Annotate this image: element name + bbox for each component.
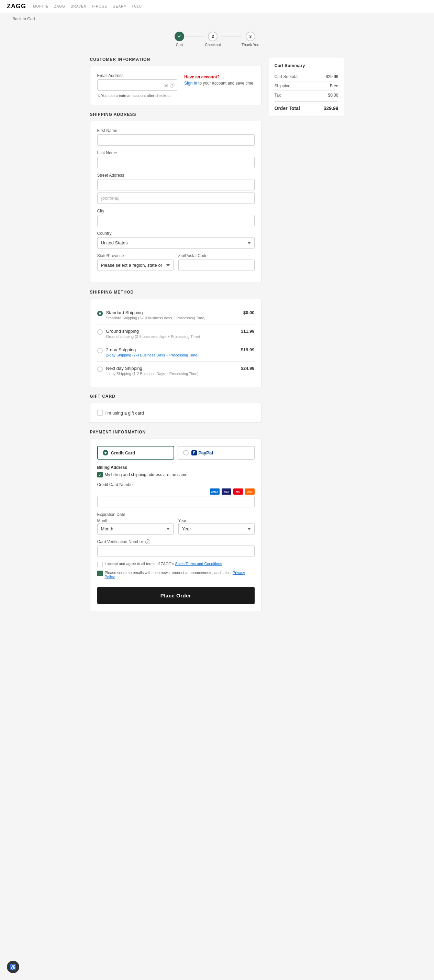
- expiration-label: Expiration Date: [97, 512, 254, 517]
- month-select[interactable]: Month 010203 040506 070809 101112: [97, 523, 173, 535]
- email-help-icon: ?: [170, 83, 175, 88]
- step-cart: ✓ Cart: [175, 32, 184, 47]
- shipping-option-2[interactable]: 2-day Shipping 2-day Shipping (2-3 Busin…: [97, 343, 254, 362]
- step-checkout-circle: 2: [208, 32, 218, 41]
- paypal-icon: P: [191, 450, 197, 455]
- subtotal-label: Cart Subtotal: [275, 74, 299, 79]
- street-address-group: Street Address: [97, 173, 254, 204]
- shipping-option-1[interactable]: Ground shipping Ground shipping (2-5 bus…: [97, 325, 254, 343]
- tax-label: Tax: [275, 93, 281, 98]
- paypal-logo: P PayPal: [191, 450, 213, 455]
- state-group: State/Province Please select a region, s…: [97, 253, 173, 271]
- customer-info-card: Email Address ✉ ? ↳ You can create an ac…: [90, 66, 262, 105]
- subtotal-value: $29.99: [326, 74, 339, 79]
- shipping-radio-0[interactable]: [97, 311, 103, 316]
- payment-cc-label: Credit Card: [111, 450, 135, 455]
- step-cart-label: Cart: [176, 43, 183, 47]
- year-select[interactable]: Year 202420252026 202720282029 2030: [178, 523, 254, 535]
- step-thankyou: 3 Thank You: [242, 32, 259, 47]
- zip-input[interactable]: [178, 259, 254, 271]
- gift-card-checkbox[interactable]: [97, 410, 103, 415]
- last-name-group: Last Name: [97, 151, 254, 168]
- step-thankyou-label: Thank You: [242, 43, 259, 47]
- shipping-radio-2[interactable]: [97, 348, 103, 353]
- gift-card-card: I'm using a gift card: [90, 403, 262, 423]
- shipping-desc-0: Standard Shipping (5-10 business days + …: [106, 316, 240, 320]
- sign-in-suffix: to your account and save time.: [198, 81, 254, 86]
- payment-methods: Credit Card P PayPal: [97, 446, 254, 460]
- step-cart-circle: ✓: [175, 32, 184, 41]
- cvv-input[interactable]: [97, 546, 254, 557]
- email-optin-row: ✓ Please send me emails with tech news, …: [97, 571, 254, 579]
- tax-value: $0.00: [328, 93, 338, 98]
- gift-card-title: GIFT CARD: [90, 394, 262, 399]
- payment-paypal-radio[interactable]: [183, 450, 189, 455]
- card-number-label: Credit Card Number: [97, 482, 254, 487]
- brand-zagg: ZAGG: [54, 5, 65, 8]
- shipping-option-3[interactable]: Next day Shipping 1-day Shipping (1-2 Bu…: [97, 362, 254, 380]
- zagg-logo: ZAGG: [7, 3, 26, 10]
- payment-cc-option[interactable]: Credit Card: [97, 446, 174, 460]
- email-label: Email Address: [97, 73, 178, 78]
- terms-link[interactable]: Sales Terms and Conditions: [175, 562, 223, 566]
- card-number-input[interactable]: [97, 496, 254, 508]
- discover-logo: DISC: [245, 488, 254, 495]
- last-name-label: Last Name: [97, 151, 254, 155]
- cvv-help-icon[interactable]: ?: [145, 539, 150, 544]
- cart-summary-title: Cart Summary: [275, 63, 339, 68]
- email-icon: ✉: [164, 83, 169, 88]
- billing-same-checkbox[interactable]: ✓: [97, 472, 103, 477]
- shipping-price-3: $24.99: [241, 366, 254, 371]
- first-name-input[interactable]: [97, 134, 254, 146]
- brand-gear4: GEAR4: [113, 5, 126, 8]
- payment-paypal-option[interactable]: P PayPal: [178, 446, 254, 460]
- place-order-button[interactable]: Place Order: [97, 587, 254, 604]
- sign-in-link[interactable]: Sign In: [184, 81, 197, 86]
- shipping-price-0: $0.00: [243, 310, 254, 315]
- email-optin-checkbox[interactable]: ✓: [97, 571, 103, 576]
- last-name-input[interactable]: [97, 157, 254, 168]
- address2-input[interactable]: [97, 192, 254, 204]
- country-select[interactable]: United States: [97, 237, 254, 248]
- shipping-address-card: First Name Last Name Street Address City…: [90, 121, 262, 283]
- shipping-radio-3[interactable]: [97, 366, 103, 372]
- shipping-name-2: 2-day Shipping: [106, 347, 237, 352]
- customer-info-title: CUSTOMER INFORMATION: [90, 57, 262, 62]
- payment-card: Credit Card P PayPal Billing Address ✓ M…: [90, 439, 262, 611]
- first-name-group: First Name: [97, 128, 254, 146]
- terms-label: I accept and agree to all terms of ZAGG'…: [105, 562, 223, 566]
- shipping-name-1: Ground shipping: [106, 329, 237, 334]
- visa-logo: VISA: [222, 488, 231, 495]
- header: ZAGG mophie ZAGG BRAVEN iFROGZ GEAR4 TUL…: [0, 0, 434, 13]
- street-address-input[interactable]: [97, 179, 254, 191]
- mastercard-logo: MC: [233, 488, 243, 495]
- shipping-info-1: Ground shipping Ground shipping (2-5 bus…: [106, 329, 237, 339]
- billing-same-row: ✓ My billing and shipping address are th…: [97, 472, 254, 477]
- shipping-info-2: 2-day Shipping 2-day Shipping (2-3 Busin…: [106, 347, 237, 357]
- zip-group: Zip/Postal Code: [178, 253, 254, 271]
- state-select[interactable]: Please select a region, state or provinc…: [97, 259, 173, 271]
- city-group: City: [97, 208, 254, 226]
- year-sublabel: Year: [178, 519, 254, 523]
- zip-label: Zip/Postal Code: [178, 253, 254, 258]
- terms-checkbox[interactable]: [97, 562, 103, 567]
- create-account-note: ↳ You can create an account after checko…: [97, 94, 178, 98]
- subtotal-row: Cart Subtotal $29.99: [275, 72, 339, 81]
- back-to-cart-link[interactable]: ← Back to Cart: [0, 13, 42, 25]
- gift-card-label: I'm using a gift card: [105, 410, 144, 415]
- payment-title: PAYMENT INFORMATION: [90, 430, 262, 434]
- cvv-label-row: Card Verification Number ?: [97, 539, 254, 544]
- brand-mophie: mophie: [33, 5, 48, 8]
- exp-sub-labels: Month Year: [97, 519, 254, 523]
- sidebar: Cart Summary Cart Subtotal $29.99 Shippi…: [269, 57, 344, 618]
- shipping-method-card: Standard Shipping Standard Shipping (5-1…: [90, 299, 262, 387]
- shipping-option-0[interactable]: Standard Shipping Standard Shipping (5-1…: [97, 306, 254, 325]
- city-input[interactable]: [97, 215, 254, 226]
- payment-cc-radio[interactable]: [103, 450, 108, 455]
- terms-row: I accept and agree to all terms of ZAGG'…: [97, 562, 254, 567]
- shipping-radio-1[interactable]: [97, 329, 103, 335]
- main-layout: CUSTOMER INFORMATION Email Address ✉ ? ↳…: [83, 57, 351, 632]
- order-total-row: Order Total $29.99: [275, 102, 339, 111]
- shipping-price-2: $19.99: [241, 347, 254, 352]
- country-group: Country United States: [97, 231, 254, 248]
